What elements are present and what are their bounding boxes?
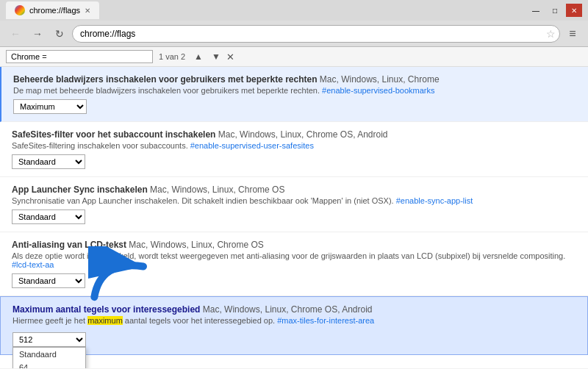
find-next-button[interactable]: ▼ xyxy=(209,50,223,63)
forward-button[interactable]: → xyxy=(28,24,47,43)
flag-desc: Als deze optie wordt ingeschakeld, wordt… xyxy=(12,251,576,269)
minimize-button[interactable]: — xyxy=(528,4,544,17)
flags-content: Beheerde bladwijzers inschakelen voor ge… xyxy=(0,67,588,368)
address-input[interactable] xyxy=(72,25,560,43)
find-close-button[interactable]: ✕ xyxy=(226,51,234,62)
flag-select-max-tiles[interactable]: Standaard 64 128 256 512 xyxy=(12,332,86,347)
dropdown-container: Standaard 64 128 256 512 Standaard 64 12… xyxy=(12,329,86,347)
highlight-span: maximum xyxy=(87,316,123,325)
flag-select-supervised[interactable]: Standaard Maximum xyxy=(13,99,87,114)
flag-title: App Launcher Sync inschakelen Mac, Windo… xyxy=(12,184,576,195)
flag-link[interactable]: #lcd-text-aa xyxy=(12,260,54,269)
find-prev-button[interactable]: ▲ xyxy=(191,50,206,63)
dropdown-option-64[interactable]: 64 xyxy=(13,361,85,368)
flag-safesites: SafeSites-filter voor het subaccount ins… xyxy=(0,122,588,177)
flag-supervised-bookmarks: Beheerde bladwijzers inschakelen voor ge… xyxy=(0,67,588,122)
flag-desc: De map met beheerde bladwijzers inschake… xyxy=(13,86,576,95)
dropdown-option-standaard[interactable]: Standaard xyxy=(13,348,85,361)
tab-close-button[interactable]: ✕ xyxy=(85,7,90,15)
flag-link[interactable]: #enable-sync-app-list xyxy=(396,196,473,205)
flag-desc: Synchronisatie van App Launcher inschake… xyxy=(12,196,576,205)
title-bar: chrome://flags ✕ — □ ✕ xyxy=(0,0,588,21)
flag-desc: SafeSites-filtering inschakelen voor sub… xyxy=(12,141,576,150)
flag-select-safesites[interactable]: Standaard Ingeschakeld Uitgeschakeld xyxy=(12,154,85,169)
address-bar-container: ☆ xyxy=(72,25,560,43)
title-bar-left: chrome://flags ✕ xyxy=(6,1,99,19)
chrome-favicon-icon xyxy=(15,5,25,15)
flag-link[interactable]: #max-tiles-for-interest-area xyxy=(277,316,374,325)
flag-title: SafeSites-filter voor het subaccount ins… xyxy=(12,129,576,140)
maximize-button[interactable]: □ xyxy=(547,4,563,17)
reload-button[interactable]: ↻ xyxy=(50,24,69,43)
toolbar: ← → ↻ ☆ ≡ xyxy=(0,21,588,47)
flag-lcd-antialiasing: Anti-aliasing van LCD-tekst Mac, Windows… xyxy=(0,232,588,296)
flag-title: Beheerde bladwijzers inschakelen voor ge… xyxy=(13,74,576,85)
find-input[interactable] xyxy=(6,50,153,63)
chrome-menu-button[interactable]: ≡ xyxy=(563,24,582,43)
flag-title: Maximum aantal tegels voor interessegebi… xyxy=(12,304,576,315)
flag-desc: Hiermee geeft je het maximum aantal tege… xyxy=(12,316,576,325)
dropdown-open-list[interactable]: Standaard 64 128 256 512 xyxy=(12,347,86,368)
window-controls: — □ ✕ xyxy=(528,4,582,17)
tab-title: chrome://flags xyxy=(29,6,80,15)
flag-link[interactable]: #enable-supervised-bookmarks xyxy=(322,86,434,95)
flag-title: Anti-aliasing van LCD-tekst Mac, Windows… xyxy=(12,240,576,250)
flag-select-app-launcher[interactable]: Standaard Ingeschakeld Uitgeschakeld xyxy=(12,209,85,224)
back-button[interactable]: ← xyxy=(6,24,25,43)
bookmark-star-icon[interactable]: ☆ xyxy=(546,28,556,40)
browser-tab[interactable]: chrome://flags ✕ xyxy=(6,1,99,19)
find-count: 1 van 2 xyxy=(156,52,188,61)
flag-max-tiles: Maximum aantal tegels voor interessegebi… xyxy=(0,296,588,355)
close-button[interactable]: ✕ xyxy=(566,4,582,17)
find-bar: 1 van 2 ▲ ▼ ✕ xyxy=(0,47,588,67)
flag-app-launcher: App Launcher Sync inschakelen Mac, Windo… xyxy=(0,177,588,232)
flag-link[interactable]: #enable-supervised-user-safesites xyxy=(190,141,314,150)
flag-select-lcd[interactable]: Standaard Ingeschakeld Uitgeschakeld xyxy=(12,273,85,288)
